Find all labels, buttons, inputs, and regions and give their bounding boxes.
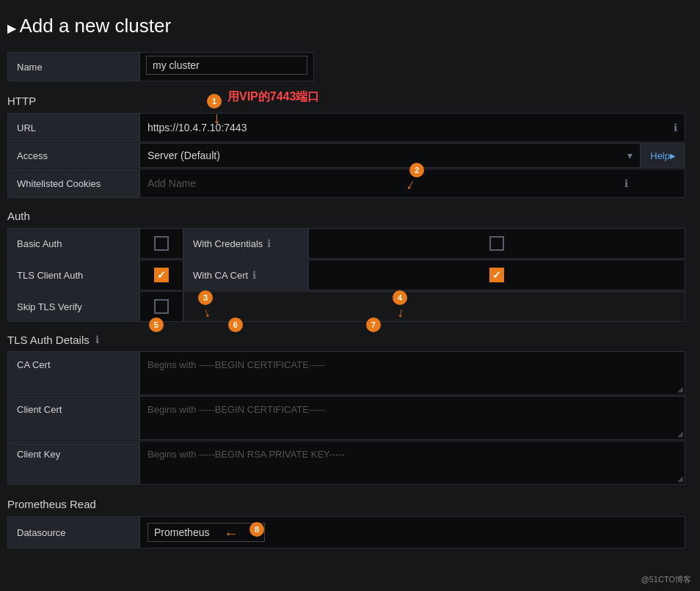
basic-auth-check-cell <box>139 228 183 259</box>
with-ca-cert-info-icon[interactable]: ℹ <box>252 269 256 281</box>
annotation-badge-5: 5 <box>149 317 164 332</box>
url-info-icon[interactable]: ℹ <box>674 122 677 133</box>
name-input[interactable] <box>146 56 307 75</box>
prometheus-section: Prometheus Read Datasource Prometheus In… <box>7 498 685 557</box>
ca-cert-textarea[interactable] <box>140 352 685 392</box>
client-cert-label: Client Cert <box>7 396 139 440</box>
annotation-badge-1: 1 <box>207 94 222 109</box>
auth-section-title: Auth <box>7 210 685 222</box>
with-credentials-checkbox[interactable] <box>489 236 504 251</box>
ca-cert-control: ◢ <box>139 351 685 395</box>
tls-auth-title: TLS Auth Details <box>7 334 90 346</box>
skip-tls-checkbox[interactable] <box>154 299 169 314</box>
tls-client-label: TLS Client Auth <box>7 260 139 290</box>
page-title: Add a new cluster <box>7 15 685 37</box>
url-control: https://10.4.7.10:7443 ℹ <box>139 113 685 142</box>
skip-tls-label: Skip TLS Verify <box>7 291 139 322</box>
datasource-label: Datasource <box>7 516 139 548</box>
tls-client-check-cell <box>139 260 183 290</box>
prometheus-section-title: Prometheus Read <box>7 498 685 510</box>
annotation-badge-6: 6 <box>228 317 243 332</box>
help-button-container: Help <box>641 143 685 168</box>
name-label: Name <box>7 52 139 81</box>
resize-handle-client-cert: ◢ <box>677 430 683 438</box>
url-label: URL <box>7 113 139 142</box>
ca-cert-label: CA Cert <box>7 351 139 395</box>
resize-handle-client-key: ◢ <box>677 474 683 482</box>
with-credentials-check-cell <box>308 228 685 259</box>
tls-auth-info-icon[interactable]: ℹ <box>95 334 99 345</box>
tls-auth-details-title-row: TLS Auth Details ℹ 5 6 7 <box>7 332 685 347</box>
chevron-down-icon: ▾ <box>627 150 632 161</box>
client-key-control: ◢ <box>139 441 685 485</box>
access-control: Server (Default) Browser Proxy ▾ <box>139 143 641 168</box>
resize-handle-ca: ◢ <box>677 385 683 393</box>
annotation-badge-3: 3 <box>198 290 213 305</box>
datasource-select[interactable]: Prometheus InfluxDB <box>154 526 235 538</box>
datasource-control: Prometheus InfluxDB ▾ <box>139 516 685 548</box>
http-section-title: HTTP <box>7 95 685 107</box>
basic-auth-label: Basic Auth <box>7 228 139 259</box>
with-ca-cert-checkbox[interactable] <box>489 268 504 282</box>
whitelisted-label: Whitelisted Cookies <box>7 169 139 198</box>
access-label: Access <box>7 143 139 168</box>
with-ca-cert-label: With CA Cert ℹ <box>183 260 308 290</box>
annotation-badge-7: 7 <box>366 317 381 332</box>
url-value: https://10.4.7.10:7443 <box>147 122 247 133</box>
whitelisted-info-icon[interactable]: ℹ <box>624 177 628 189</box>
client-key-label: Client Key <box>7 441 139 485</box>
basic-auth-checkbox[interactable] <box>154 236 169 251</box>
whitelisted-input[interactable] <box>147 177 624 189</box>
access-select[interactable]: Server (Default) Browser Proxy <box>147 150 627 161</box>
with-credentials-info-icon[interactable]: ℹ <box>267 238 271 249</box>
client-cert-textarea[interactable] <box>140 397 685 437</box>
annotation-badge-8: 8 <box>249 522 264 537</box>
client-key-textarea[interactable] <box>140 441 685 482</box>
watermark: @51CTO博客 <box>641 574 691 585</box>
client-cert-control: ◢ <box>139 396 685 440</box>
help-button[interactable]: Help <box>641 150 685 161</box>
skip-tls-check-cell <box>139 291 183 322</box>
tls-client-checkbox[interactable] <box>154 268 169 282</box>
with-credentials-label: With Credentials ℹ <box>183 228 308 259</box>
annotation-badge-4: 4 <box>393 290 407 305</box>
annotation-badge-2: 2 <box>409 163 424 177</box>
with-ca-cert-check-cell <box>308 260 685 290</box>
